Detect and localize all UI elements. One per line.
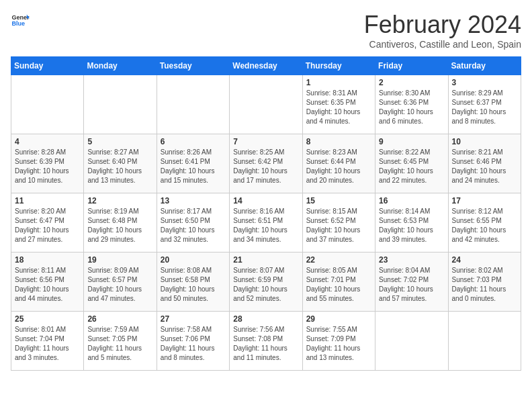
- calendar-day-14: 14Sunrise: 8:16 AM Sunset: 6:51 PM Dayli…: [230, 193, 302, 253]
- day-info: Sunrise: 8:07 AM Sunset: 6:59 PM Dayligh…: [233, 266, 298, 304]
- day-number: 20: [161, 255, 226, 265]
- calendar-day-26: 26Sunrise: 7:59 AM Sunset: 7:05 PM Dayli…: [84, 312, 157, 371]
- day-number: 1: [306, 78, 371, 87]
- day-info: Sunrise: 7:55 AM Sunset: 7:09 PM Dayligh…: [306, 325, 371, 363]
- day-number: 8: [306, 137, 371, 146]
- calendar-day-4: 4Sunrise: 8:28 AM Sunset: 6:39 PM Daylig…: [11, 134, 84, 193]
- calendar-day-24: 24Sunrise: 8:02 AM Sunset: 7:03 PM Dayli…: [448, 253, 521, 312]
- day-number: 13: [161, 196, 226, 205]
- day-number: 27: [161, 314, 226, 324]
- day-info: Sunrise: 8:27 AM Sunset: 6:40 PM Dayligh…: [87, 148, 152, 185]
- day-number: 7: [233, 137, 298, 146]
- day-number: 24: [452, 255, 517, 265]
- calendar-day-8: 8Sunrise: 8:23 AM Sunset: 6:44 PM Daylig…: [302, 134, 375, 193]
- day-info: Sunrise: 8:26 AM Sunset: 6:41 PM Dayligh…: [161, 148, 226, 185]
- header-sunday: Sunday: [11, 57, 84, 75]
- calendar-day-9: 9Sunrise: 8:22 AM Sunset: 6:45 PM Daylig…: [375, 134, 448, 193]
- calendar-day-6: 6Sunrise: 8:26 AM Sunset: 6:41 PM Daylig…: [157, 134, 229, 193]
- calendar-day-16: 16Sunrise: 8:14 AM Sunset: 6:53 PM Dayli…: [375, 193, 448, 253]
- calendar-week-row: 18Sunrise: 8:11 AM Sunset: 6:56 PM Dayli…: [11, 253, 521, 312]
- day-info: Sunrise: 8:21 AM Sunset: 6:46 PM Dayligh…: [452, 148, 517, 185]
- day-info: Sunrise: 8:17 AM Sunset: 6:50 PM Dayligh…: [161, 207, 226, 244]
- calendar-day-2: 2Sunrise: 8:30 AM Sunset: 6:36 PM Daylig…: [375, 75, 448, 134]
- location-subtitle: Cantiveros, Castille and Leon, Spain: [364, 39, 521, 50]
- calendar-week-row: 25Sunrise: 8:01 AM Sunset: 7:04 PM Dayli…: [11, 312, 521, 371]
- day-number: 12: [87, 196, 152, 205]
- day-number: 15: [306, 196, 371, 205]
- day-info: Sunrise: 8:11 AM Sunset: 6:56 PM Dayligh…: [15, 266, 80, 304]
- calendar-day-28: 28Sunrise: 7:56 AM Sunset: 7:08 PM Dayli…: [230, 312, 302, 371]
- calendar-table: SundayMondayTuesdayWednesdayThursdayFrid…: [11, 56, 521, 371]
- calendar-day-empty: [230, 75, 302, 134]
- logo-icon: General Blue: [11, 11, 30, 30]
- calendar-day-27: 27Sunrise: 7:58 AM Sunset: 7:06 PM Dayli…: [157, 312, 229, 371]
- calendar-day-25: 25Sunrise: 8:01 AM Sunset: 7:04 PM Dayli…: [11, 312, 84, 371]
- day-number: 3: [452, 78, 517, 87]
- day-number: 19: [87, 255, 152, 265]
- day-info: Sunrise: 8:25 AM Sunset: 6:42 PM Dayligh…: [233, 148, 298, 185]
- day-number: 11: [15, 196, 80, 205]
- day-number: 14: [233, 196, 298, 205]
- day-number: 22: [306, 255, 371, 265]
- day-info: Sunrise: 8:14 AM Sunset: 6:53 PM Dayligh…: [379, 207, 444, 244]
- calendar-day-21: 21Sunrise: 8:07 AM Sunset: 6:59 PM Dayli…: [230, 253, 302, 312]
- svg-text:Blue: Blue: [11, 20, 25, 27]
- day-info: Sunrise: 8:04 AM Sunset: 7:02 PM Dayligh…: [379, 266, 444, 304]
- calendar-day-20: 20Sunrise: 8:08 AM Sunset: 6:58 PM Dayli…: [157, 253, 229, 312]
- calendar-day-empty: [11, 75, 84, 134]
- calendar-header-row: SundayMondayTuesdayWednesdayThursdayFrid…: [11, 57, 521, 75]
- header-monday: Monday: [84, 57, 157, 75]
- day-info: Sunrise: 8:31 AM Sunset: 6:35 PM Dayligh…: [306, 89, 371, 126]
- calendar-day-empty: [448, 312, 521, 371]
- calendar-day-11: 11Sunrise: 8:20 AM Sunset: 6:47 PM Dayli…: [11, 193, 84, 253]
- day-info: Sunrise: 8:20 AM Sunset: 6:47 PM Dayligh…: [15, 207, 80, 244]
- day-info: Sunrise: 8:09 AM Sunset: 6:57 PM Dayligh…: [87, 266, 152, 304]
- day-info: Sunrise: 8:12 AM Sunset: 6:55 PM Dayligh…: [452, 207, 517, 244]
- day-number: 5: [87, 137, 152, 146]
- calendar-week-row: 4Sunrise: 8:28 AM Sunset: 6:39 PM Daylig…: [11, 134, 521, 193]
- day-info: Sunrise: 8:22 AM Sunset: 6:45 PM Dayligh…: [379, 148, 444, 185]
- day-info: Sunrise: 8:23 AM Sunset: 6:44 PM Dayligh…: [306, 148, 371, 185]
- calendar-day-13: 13Sunrise: 8:17 AM Sunset: 6:50 PM Dayli…: [157, 193, 229, 253]
- calendar-day-empty: [84, 75, 157, 134]
- day-info: Sunrise: 8:16 AM Sunset: 6:51 PM Dayligh…: [233, 207, 298, 244]
- day-info: Sunrise: 7:59 AM Sunset: 7:05 PM Dayligh…: [87, 325, 152, 363]
- day-number: 18: [15, 255, 80, 265]
- day-number: 10: [452, 137, 517, 146]
- calendar-day-19: 19Sunrise: 8:09 AM Sunset: 6:57 PM Dayli…: [84, 253, 157, 312]
- calendar-day-empty: [375, 312, 448, 371]
- calendar-day-17: 17Sunrise: 8:12 AM Sunset: 6:55 PM Dayli…: [448, 193, 521, 253]
- header-wednesday: Wednesday: [230, 57, 302, 75]
- calendar-day-23: 23Sunrise: 8:04 AM Sunset: 7:02 PM Dayli…: [375, 253, 448, 312]
- day-info: Sunrise: 7:58 AM Sunset: 7:06 PM Dayligh…: [161, 325, 226, 363]
- day-info: Sunrise: 8:08 AM Sunset: 6:58 PM Dayligh…: [161, 266, 226, 304]
- day-info: Sunrise: 8:29 AM Sunset: 6:37 PM Dayligh…: [452, 89, 517, 126]
- calendar-day-12: 12Sunrise: 8:19 AM Sunset: 6:48 PM Dayli…: [84, 193, 157, 253]
- day-number: 2: [379, 78, 444, 87]
- day-number: 25: [15, 314, 80, 324]
- calendar-week-row: 1Sunrise: 8:31 AM Sunset: 6:35 PM Daylig…: [11, 75, 521, 134]
- day-info: Sunrise: 8:15 AM Sunset: 6:52 PM Dayligh…: [306, 207, 371, 244]
- logo: General Blue: [11, 11, 30, 30]
- day-number: 28: [233, 314, 298, 324]
- calendar-week-row: 11Sunrise: 8:20 AM Sunset: 6:47 PM Dayli…: [11, 193, 521, 253]
- day-number: 9: [379, 137, 444, 146]
- calendar-day-22: 22Sunrise: 8:05 AM Sunset: 7:01 PM Dayli…: [302, 253, 375, 312]
- calendar-day-10: 10Sunrise: 8:21 AM Sunset: 6:46 PM Dayli…: [448, 134, 521, 193]
- calendar-day-18: 18Sunrise: 8:11 AM Sunset: 6:56 PM Dayli…: [11, 253, 84, 312]
- header-saturday: Saturday: [448, 57, 521, 75]
- day-number: 6: [161, 137, 226, 146]
- month-title: February 2024: [364, 11, 521, 39]
- calendar-day-29: 29Sunrise: 7:55 AM Sunset: 7:09 PM Dayli…: [302, 312, 375, 371]
- day-info: Sunrise: 7:56 AM Sunset: 7:08 PM Dayligh…: [233, 325, 298, 363]
- day-number: 17: [452, 196, 517, 205]
- day-info: Sunrise: 8:01 AM Sunset: 7:04 PM Dayligh…: [15, 325, 80, 363]
- header-thursday: Thursday: [302, 57, 375, 75]
- calendar-day-5: 5Sunrise: 8:27 AM Sunset: 6:40 PM Daylig…: [84, 134, 157, 193]
- header-friday: Friday: [375, 57, 448, 75]
- calendar-day-1: 1Sunrise: 8:31 AM Sunset: 6:35 PM Daylig…: [302, 75, 375, 134]
- day-info: Sunrise: 8:02 AM Sunset: 7:03 PM Dayligh…: [452, 266, 517, 304]
- day-info: Sunrise: 8:05 AM Sunset: 7:01 PM Dayligh…: [306, 266, 371, 304]
- day-info: Sunrise: 8:30 AM Sunset: 6:36 PM Dayligh…: [379, 89, 444, 126]
- day-number: 26: [87, 314, 152, 324]
